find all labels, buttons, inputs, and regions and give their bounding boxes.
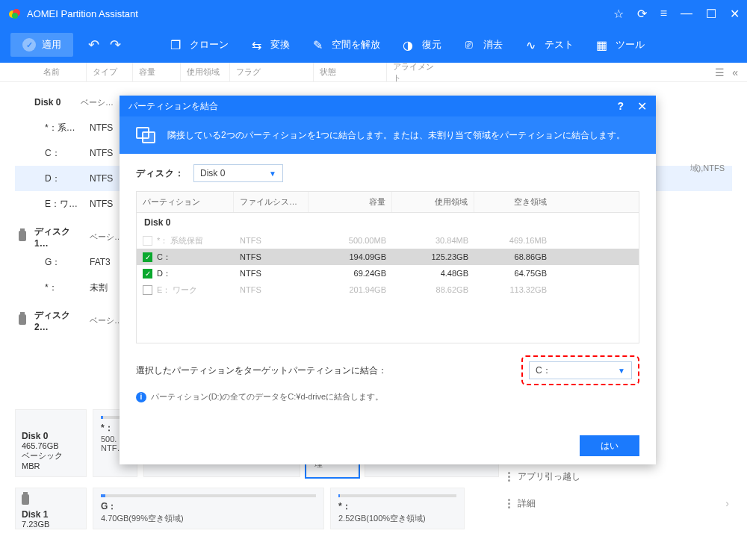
close-window-icon[interactable]: ✕ (730, 7, 740, 21)
disk-select-combo[interactable]: Disk 0 ▼ (193, 164, 283, 182)
usb-icon (22, 494, 29, 505)
side-item-detail[interactable]: 詳細 › (508, 490, 740, 517)
test-icon: ∿ (522, 37, 539, 53)
checkbox-icon[interactable] (143, 285, 152, 295)
side-item-migrate[interactable]: アプリ引っ越し (508, 463, 740, 490)
titlebar: AOMEI Partition Assistant ☆ ⟳ ≡ ― ☐ ✕ (0, 0, 747, 27)
star-icon[interactable]: ☆ (613, 7, 624, 21)
info-text: パーティション(D:)の全てのデータをC:¥d-driveに結合します。 (151, 391, 383, 402)
col-capacity[interactable]: 容量 (133, 63, 181, 81)
refresh-icon[interactable]: ⟳ (637, 7, 647, 21)
apply-button[interactable]: ✓ 適用 (10, 33, 73, 57)
app-title: AOMEI Partition Assistant (27, 8, 613, 19)
tools-button[interactable]: ▦ツール (587, 37, 651, 53)
maximize-icon[interactable]: ☐ (706, 7, 716, 21)
list-view-icon[interactable]: ☰ (715, 66, 725, 78)
disk-card-1[interactable]: Disk 1 7.23GB (15, 488, 87, 529)
ok-button[interactable]: はい (580, 435, 639, 456)
help-icon[interactable]: ? (617, 100, 624, 112)
col-flag[interactable]: フラグ (230, 63, 314, 81)
pt-head-capacity[interactable]: 容量 (309, 192, 392, 212)
pt-head-free[interactable]: 空き領域 (474, 192, 553, 212)
bullets-icon (508, 499, 510, 508)
freespace-icon: ✎ (309, 37, 326, 53)
menu-icon[interactable]: ≡ (660, 7, 667, 20)
apply-label: 適用 (42, 38, 61, 52)
dialog-titlebar: パーティションを結合 ? ✕ (120, 96, 656, 116)
test-button[interactable]: ∿テスト (516, 37, 580, 53)
disk-select-label: ディスク： (136, 167, 185, 180)
target-highlight: C： ▼ (521, 355, 639, 385)
partition-table: パーティション ファイルシス… 容量 使用領域 空き領域 Disk 0 *： 系… (136, 191, 639, 343)
col-used[interactable]: 使用領域 (181, 63, 230, 81)
undo-icon[interactable]: ↶ (88, 37, 99, 53)
dialog-banner: 隣接している2つのパーティションを1つに結合します。または、未割り当て領域をパー… (120, 116, 656, 154)
part-card-g[interactable]: G： 4.70GB(99%空き領域) (93, 488, 324, 529)
chevron-down-icon: ▼ (618, 367, 625, 375)
chevron-down-icon: ▼ (269, 169, 276, 178)
pt-row-c[interactable]: ✓C： NTFS 194.09GB 125.23GB 68.86GB (137, 249, 639, 265)
checkbox-icon[interactable]: ✓ (143, 269, 152, 279)
pt-disk-label: Disk 0 (137, 213, 639, 232)
erase-icon: ⎚ (461, 37, 477, 53)
restore-icon: ◑ (400, 37, 416, 53)
svg-point-2 (12, 13, 18, 19)
merge-partition-dialog: パーティションを結合 ? ✕ 隣接している2つのパーティションを1つに結合します… (120, 96, 656, 464)
target-label: 選択したパーティションをターゲットパーティションに結合： (136, 364, 387, 377)
col-name[interactable]: 名前 (37, 63, 87, 81)
col-status[interactable]: 状態 (314, 63, 387, 81)
bullets-icon (508, 472, 510, 482)
checkbox-icon (143, 236, 152, 246)
part-card-unalloc[interactable]: *： 2.52GB(100%空き領域) (330, 488, 465, 529)
minimize-icon[interactable]: ― (681, 7, 692, 20)
info-icon: i (136, 392, 146, 402)
app-logo-icon (7, 7, 21, 20)
usb-icon (15, 314, 30, 327)
close-icon[interactable]: ✕ (637, 99, 647, 113)
clone-button[interactable]: ❐クローン (161, 37, 235, 53)
side-items: アプリ引っ越し 詳細 › (508, 463, 740, 517)
col-alignment[interactable]: アライメント (387, 63, 447, 81)
tools-icon: ▦ (593, 37, 610, 53)
pt-row-d[interactable]: ✓D： NTFS 69.24GB 4.48GB 64.75GB (137, 265, 639, 281)
checkbox-icon[interactable]: ✓ (143, 252, 152, 262)
merge-icon (136, 127, 155, 143)
pt-head-used[interactable]: 使用領域 (392, 192, 474, 212)
clone-icon: ❐ (167, 37, 184, 53)
freespace-button[interactable]: ✎空間を解放 (303, 37, 386, 53)
dialog-title: パーティションを結合 (128, 100, 218, 113)
collapse-icon[interactable]: « (732, 66, 738, 78)
disk-card-0[interactable]: Disk 0 465.76GB ベーシック MBR (15, 409, 87, 477)
banner-text: 隣接している2つのパーティションを1つに結合します。または、未割り当て領域をパー… (167, 129, 625, 142)
toolbar: ✓ 適用 ↶ ↷ ❐クローン ⇆変換 ✎空間を解放 ◑復元 ⎚消去 ∿テスト ▦… (0, 27, 747, 63)
check-icon: ✓ (22, 38, 36, 52)
chevron-right-icon: › (725, 497, 729, 509)
pt-row-e[interactable]: E： ワーク NTFS 201.94GB 88.62GB 113.32GB (137, 281, 639, 298)
pt-row-sys: *： 系統保留 NTFS 500.00MB 30.84MB 469.16MB (137, 232, 639, 249)
usb-icon (15, 231, 30, 243)
column-headers: 名前 タイプ 容量 使用領域 フラグ 状態 アライメント ☰ « (0, 63, 747, 82)
pt-head-partition[interactable]: パーティション (137, 192, 234, 212)
pt-head-filesys[interactable]: ファイルシス… (234, 192, 309, 212)
redo-icon[interactable]: ↷ (110, 37, 121, 53)
convert-icon: ⇆ (248, 37, 264, 53)
erase-button[interactable]: ⎚消去 (455, 37, 509, 53)
restore-button[interactable]: ◑復元 (394, 37, 447, 53)
target-partition-combo[interactable]: C： ▼ (529, 361, 632, 379)
convert-button[interactable]: ⇆変換 (242, 37, 296, 53)
col-type[interactable]: タイプ (87, 63, 133, 81)
